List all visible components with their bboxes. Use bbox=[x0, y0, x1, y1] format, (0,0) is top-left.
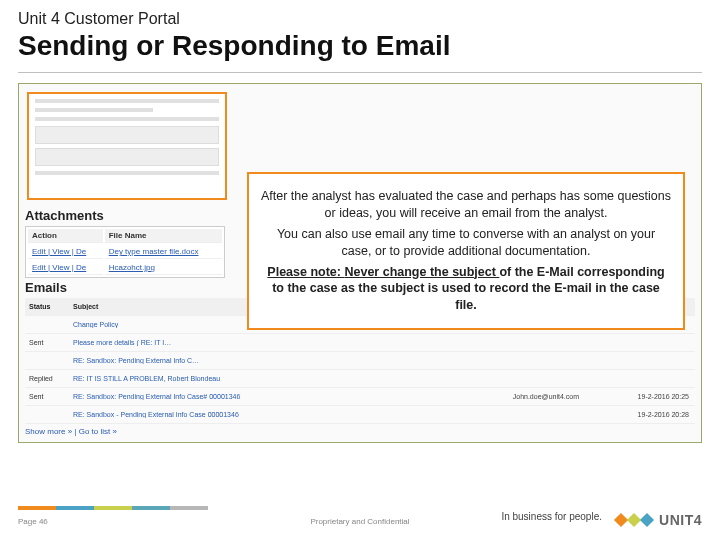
unit4-logo: UNIT4 bbox=[616, 510, 702, 530]
attachments-table: Action File Name Edit | View | De Dey ty… bbox=[25, 226, 225, 278]
header: Unit 4 Customer Portal Sending or Respon… bbox=[0, 0, 720, 66]
callout-p2: You can also use email any time to conve… bbox=[261, 226, 671, 260]
callout-note: Please note: Never change the subject of… bbox=[261, 264, 671, 315]
screenshot-thumb bbox=[27, 92, 227, 200]
callout-p1: After the analyst has evaluated the case… bbox=[261, 188, 671, 222]
confidential-label: Proprietary and Confidential bbox=[0, 517, 720, 526]
tagline: In business for people. bbox=[501, 511, 602, 522]
callout-box: After the analyst has evaluated the case… bbox=[247, 172, 685, 330]
footer: Page 46 Proprietary and Confidential In … bbox=[0, 484, 720, 540]
row-actions[interactable]: Edit | View | De bbox=[28, 261, 103, 275]
row-actions[interactable]: Edit | View | De bbox=[28, 245, 103, 259]
attachments-heading: Attachments bbox=[25, 208, 104, 223]
email-row[interactable]: Replied RE: IT IS STILL A PROBLEM, Rober… bbox=[25, 370, 695, 388]
emails-heading: Emails bbox=[25, 280, 67, 295]
content-frame: Attachments Action File Name Edit | View… bbox=[18, 83, 702, 443]
page-title: Sending or Responding to Email bbox=[18, 30, 702, 62]
email-row[interactable]: Sent Please more details ( RE: IT I… bbox=[25, 334, 695, 352]
show-more-link[interactable]: Show more » | Go to list » bbox=[25, 427, 117, 436]
row-filename[interactable]: Hcazohct.jpg bbox=[105, 261, 222, 275]
email-row[interactable]: RE: Sandbox: Pending External Info C… bbox=[25, 352, 695, 370]
table-header-row: Action File Name bbox=[28, 229, 222, 243]
accent-bars bbox=[18, 506, 208, 510]
table-row: Edit | View | De Hcazohct.jpg bbox=[28, 261, 222, 275]
col-filename: File Name bbox=[105, 229, 222, 243]
email-row[interactable]: RE: Sandbox - Pending External Info Case… bbox=[25, 406, 695, 424]
table-row: Edit | View | De Dey type master file.do… bbox=[28, 245, 222, 259]
header-divider bbox=[18, 72, 702, 73]
logo-square-icon bbox=[640, 513, 654, 527]
col-status: Status bbox=[25, 303, 67, 310]
supertitle: Unit 4 Customer Portal bbox=[18, 10, 702, 28]
col-action: Action bbox=[28, 229, 103, 243]
slide: Unit 4 Customer Portal Sending or Respon… bbox=[0, 0, 720, 540]
row-filename[interactable]: Dey type master file.docx bbox=[105, 245, 222, 259]
email-row[interactable]: Sent RE: Sandbox: Pending External Info … bbox=[25, 388, 695, 406]
logo-text: UNIT4 bbox=[659, 512, 702, 528]
